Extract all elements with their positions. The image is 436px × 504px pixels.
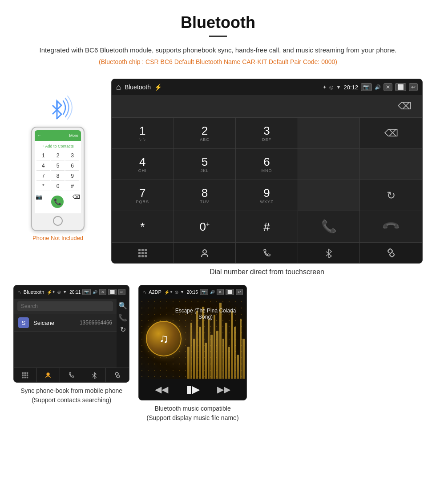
svg-line-30 [117,375,118,376]
nav-link[interactable] [360,243,422,263]
phone-delete-icon: ⌫ [73,194,80,210]
phone-key-2[interactable]: 2 [51,151,65,160]
phone-dial-grid: 1 2 3 4 5 6 7 8 9 * 0 # [36,150,80,192]
home-icon[interactable]: ⌂ [116,83,121,92]
key-call-green[interactable]: 📞 [298,211,360,242]
pb-nav-dialpad[interactable] [14,368,37,382]
music-win-btn[interactable]: ⬜ [226,289,234,295]
pb-contacts-icon [44,372,52,379]
pb-contact-row[interactable]: S Seicane 13566664466 [14,314,117,332]
pb-close-btn[interactable]: ✕ [99,289,106,295]
pb-refresh-right-icon[interactable]: ↻ [120,325,126,334]
svg-point-12 [203,250,206,253]
music-home-icon[interactable]: ⌂ [142,289,146,296]
key-0[interactable]: 0+ [174,211,236,242]
svg-rect-24 [24,377,26,379]
camera-status-button[interactable]: 📷 [361,83,372,91]
phone-key-9[interactable]: 9 [65,172,79,181]
pb-camera-btn[interactable]: 📷 [82,289,91,295]
page-description: Integrated with BC6 Bluetooth module, su… [27,45,409,56]
nav-contacts[interactable] [174,243,236,263]
key-3[interactable]: 3 DEF [236,118,298,149]
eq-bar [190,323,193,379]
pb-win-btn[interactable]: ⬜ [108,289,117,295]
pb-nav-phone[interactable] [60,368,83,382]
bluetooth-nav-icon [324,248,334,258]
svg-rect-4 [141,249,144,251]
dial-status-title: Bluetooth [125,84,151,91]
back-status-button[interactable]: ↩ [409,83,418,91]
svg-rect-3 [138,249,141,251]
eq-bar [208,319,210,379]
prev-button[interactable]: ◀◀ [155,384,168,395]
svg-rect-23 [22,377,24,379]
key-call-red[interactable]: 📞 [360,211,422,242]
phone-key-8[interactable]: 8 [51,172,65,181]
svg-rect-5 [145,249,147,251]
play-pause-button[interactable]: ▮▶ [186,383,200,396]
key-9[interactable]: 9 WXYZ [236,180,298,211]
eq-bar [196,311,198,379]
key-backspace-right[interactable]: ⌫ [360,118,422,149]
phone-key-6[interactable]: 6 [65,161,79,171]
window-status-button[interactable]: ⬜ [395,83,406,91]
eq-bar [240,319,242,379]
eq-bar [193,339,195,379]
pb-contact-name: Seicane [33,320,80,326]
key-1[interactable]: 1 ∿∿ [112,118,174,149]
pb-home-icon[interactable]: ⌂ [17,289,21,296]
music-screen-wrapper: ⌂ A2DP ⚡ ✦ ◎ ▼ 20:15 📷 🔊 ✕ ⬜ ↩ [138,285,247,427]
pb-nav-contacts-active[interactable] [37,368,60,382]
close-status-button[interactable]: ✕ [384,83,392,91]
key-6[interactable]: 6 MNO [236,149,298,180]
phone-call-button[interactable]: 📞 [51,196,64,208]
svg-line-15 [326,254,329,256]
key-refresh[interactable]: ↻ [360,180,422,211]
key-7[interactable]: 7 PQRS [112,180,174,211]
backspace-button[interactable]: ⌫ [394,99,415,114]
phone-more-label: More [69,133,78,138]
music-bt-icon: ✦ [170,290,173,294]
music-wifi-icon: ▼ [180,290,184,294]
key-hash[interactable]: # [236,211,298,242]
eq-bar [242,339,245,379]
music-status-title: A2DP [149,289,161,295]
music-controls: ◀◀ ▮▶ ▶▶ [139,379,246,400]
pb-nav-link[interactable] [106,368,129,382]
music-camera-btn[interactable]: 📷 [200,289,208,295]
phone-key-4[interactable]: 4 [36,161,50,171]
pb-bottom-nav [14,368,129,382]
svg-rect-7 [141,252,144,254]
key-5[interactable]: 5 JKL [174,149,236,180]
phone-key-star[interactable]: * [36,182,50,191]
pb-search-right-icon[interactable]: 🔍 [118,301,127,310]
phone-home-button[interactable] [53,216,63,226]
key-star[interactable]: * [112,211,174,242]
eq-bar [216,331,218,379]
nav-dialpad[interactable] [112,243,174,263]
svg-rect-21 [24,375,26,376]
pb-wifi-icon: ▼ [63,290,67,294]
phone-key-7[interactable]: 7 [36,172,50,181]
pb-back-btn[interactable]: ↩ [118,289,125,295]
music-back-btn[interactable]: ↩ [236,289,243,295]
call-red-icon: 📞 [381,216,401,236]
music-close-btn[interactable]: ✕ [217,289,224,295]
key-8[interactable]: 8 TUV [174,180,236,211]
music-note-icon: ♫ [159,332,169,346]
next-button[interactable]: ▶▶ [217,384,230,395]
key-2[interactable]: 2 ABC [174,118,236,149]
nav-bluetooth-nav[interactable] [298,243,360,263]
music-status-bar: ⌂ A2DP ⚡ ✦ ◎ ▼ 20:15 📷 🔊 ✕ ⬜ ↩ [139,285,246,299]
phone-key-0[interactable]: 0 [51,182,65,191]
key-4[interactable]: 4 GHI [112,149,174,180]
pb-nav-bluetooth[interactable] [83,368,106,382]
phone-key-1[interactable]: 1 [36,151,50,160]
pb-search-input[interactable] [17,301,113,311]
phone-nav-icon [262,248,271,258]
phone-key-5[interactable]: 5 [51,161,65,171]
pb-phone-right-icon[interactable]: 📞 [118,313,127,322]
nav-recent-calls[interactable] [236,243,298,263]
phone-key-3[interactable]: 3 [65,151,79,160]
phone-key-hash[interactable]: # [65,182,79,191]
